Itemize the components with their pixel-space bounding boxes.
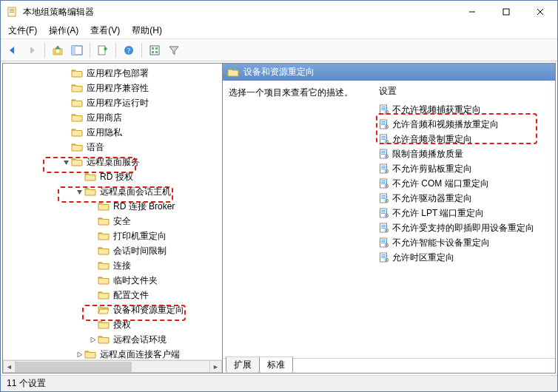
setting-label: 不允许视频捕获重定向	[392, 104, 481, 116]
tree-item[interactable]: 远程桌面连接客户端	[3, 347, 222, 359]
chevron-right-icon[interactable]	[74, 351, 84, 358]
policy-icon	[379, 237, 389, 248]
menu-action[interactable]: 操作(A)	[43, 23, 84, 38]
folder-icon	[227, 67, 239, 78]
tree: 应用程序包部署应用程序兼容性应用程序运行时应用商店应用隐私语音远程桌面服务RD …	[3, 64, 222, 359]
tree-item[interactable]: 应用商店	[3, 110, 222, 125]
svg-rect-2	[10, 10, 14, 11]
forward-button[interactable]	[23, 41, 41, 59]
tab-extended[interactable]: 扩展	[226, 356, 260, 373]
setting-item[interactable]: 允许音频录制重定向	[374, 132, 555, 146]
svg-rect-14	[152, 47, 154, 50]
export-button[interactable]	[94, 41, 112, 59]
folder-icon	[84, 171, 96, 183]
tree-hscrollbar[interactable]: ◄ ►	[3, 359, 222, 373]
tree-scroll[interactable]: 应用程序包部署应用程序兼容性应用程序运行时应用商店应用隐私语音远程桌面服务RD …	[3, 64, 222, 359]
tree-item[interactable]: 连接	[3, 258, 222, 273]
tree-item[interactable]: 应用程序包部署	[3, 66, 222, 81]
svg-rect-1	[10, 9, 14, 10]
svg-rect-5	[503, 9, 509, 15]
scroll-left-icon[interactable]: ◄	[3, 360, 16, 373]
setting-item[interactable]: 不允许驱动器重定向	[374, 191, 555, 206]
tree-item[interactable]: 应用程序运行时	[3, 95, 222, 110]
help-button[interactable]: ?	[120, 41, 138, 59]
tree-item[interactable]: RD 授权	[3, 169, 222, 184]
tree-item-label: 打印机重定向	[112, 230, 168, 243]
folder-icon	[98, 319, 110, 331]
tree-item-label: 应用程序兼容性	[85, 82, 150, 95]
toolbar-all-button[interactable]	[146, 41, 164, 59]
up-button[interactable]	[49, 41, 67, 59]
setting-label: 允许音频录制重定向	[392, 133, 472, 146]
tree-item-label: 应用程序运行时	[85, 97, 150, 109]
menu-file[interactable]: 文件(F)	[2, 23, 43, 38]
tree-item-label: 远程桌面连接客户端	[98, 348, 181, 360]
chevron-down-icon[interactable]	[61, 159, 71, 166]
setting-item[interactable]: 限制音频播放质量	[374, 146, 555, 161]
svg-line-6	[537, 9, 543, 15]
tree-item-label: 应用程序包部署	[85, 67, 150, 80]
toolbar-separator	[90, 43, 90, 58]
tab-standard[interactable]: 标准	[259, 356, 293, 373]
maximize-button[interactable]	[489, 1, 523, 23]
setting-item[interactable]: 不允许剪贴板重定向	[374, 161, 555, 176]
folder-icon	[71, 82, 83, 94]
minimize-button[interactable]	[455, 1, 489, 23]
scroll-right-icon[interactable]: ►	[209, 360, 222, 373]
gpedit-window: 本地组策略编辑器 文件(F) 操作(A) 查看(V) 帮助(H) ? 应用程	[0, 0, 558, 392]
menu-help[interactable]: 帮助(H)	[126, 23, 168, 38]
tree-item-label: RD 授权	[98, 171, 135, 183]
policy-icon	[379, 104, 389, 115]
tree-item-label: 应用隐私	[85, 126, 124, 139]
folder-icon	[84, 348, 96, 359]
setting-label: 不允许 COM 端口重定向	[392, 178, 489, 190]
policy-icon	[379, 178, 389, 189]
content-area: 应用程序包部署应用程序兼容性应用程序运行时应用商店应用隐私语音远程桌面服务RD …	[1, 61, 557, 375]
back-button[interactable]	[4, 41, 21, 59]
scroll-track[interactable]	[16, 360, 209, 373]
tree-item[interactable]: 远程桌面会话主机	[3, 184, 222, 199]
details-header: 设备和资源重定向	[223, 64, 555, 81]
statusbar: 11 个设置	[1, 375, 557, 391]
folder-icon	[71, 141, 83, 153]
toolbar-separator	[115, 43, 116, 58]
tree-item[interactable]: 应用隐私	[3, 125, 222, 140]
chevron-down-icon[interactable]	[74, 189, 84, 195]
folder-icon	[71, 156, 83, 168]
show-hide-tree-button[interactable]	[68, 41, 86, 59]
tree-item[interactable]: 配置文件	[3, 288, 222, 303]
setting-item[interactable]: 允许音频和视频播放重定向	[374, 117, 555, 132]
tree-item[interactable]: 安全	[3, 214, 222, 229]
chevron-right-icon[interactable]	[87, 337, 98, 343]
tree-item[interactable]: 应用程序兼容性	[3, 81, 222, 95]
folder-icon	[98, 260, 110, 271]
tree-item[interactable]: 设备和资源重定向	[3, 303, 222, 317]
description-prompt: 选择一个项目来查看它的描述。	[229, 87, 353, 98]
tree-pane: 应用程序包部署应用程序兼容性应用程序运行时应用商店应用隐私语音远程桌面服务RD …	[2, 63, 222, 374]
details-pane: 设备和资源重定向 选择一个项目来查看它的描述。 设置 不允许视频捕获重定向允许音…	[222, 63, 556, 374]
folder-icon	[71, 126, 83, 138]
setting-item[interactable]: 不允许 COM 端口重定向	[374, 176, 555, 191]
menu-view[interactable]: 查看(V)	[84, 23, 126, 38]
setting-item[interactable]: 不允许受支持的即插即用设备重定向	[374, 220, 555, 235]
tree-item[interactable]: RD 连接 Broker	[3, 199, 222, 214]
settings-header: 设置	[374, 84, 555, 102]
setting-item[interactable]: 不允许视频捕获重定向	[374, 102, 555, 117]
tree-item[interactable]: 远程会话环境	[3, 332, 222, 347]
titlebar: 本地组策略编辑器	[1, 1, 557, 23]
tree-item[interactable]: 打印机重定向	[3, 229, 222, 243]
setting-item[interactable]: 不允许 LPT 端口重定向	[374, 206, 555, 220]
tree-item[interactable]: 授权	[3, 317, 222, 332]
tree-item[interactable]: 语音	[3, 140, 222, 155]
description-column: 选择一个项目来查看它的描述。	[223, 81, 374, 359]
tree-item[interactable]: 远程桌面服务	[3, 155, 222, 169]
filter-button[interactable]	[165, 41, 183, 59]
setting-item[interactable]: 允许时区重定向	[374, 250, 555, 265]
tree-item-label: 临时文件夹	[112, 274, 159, 287]
scroll-thumb[interactable]	[16, 362, 132, 372]
tree-item[interactable]: 会话时间限制	[3, 243, 222, 258]
tabs-strip: 扩展 标准	[223, 358, 555, 373]
setting-item[interactable]: 不允许智能卡设备重定向	[374, 235, 555, 250]
close-button[interactable]	[523, 1, 557, 23]
tree-item[interactable]: 临时文件夹	[3, 273, 222, 288]
